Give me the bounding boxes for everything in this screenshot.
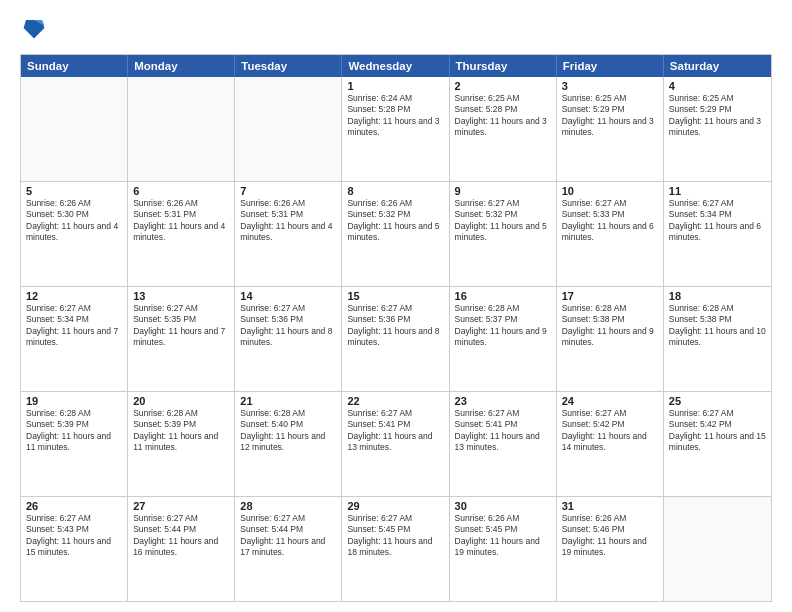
day-number: 22 (347, 395, 443, 407)
day-number: 23 (455, 395, 551, 407)
cell-info: Sunrise: 6:28 AM Sunset: 5:40 PM Dayligh… (240, 408, 336, 454)
day-cell-19: 19Sunrise: 6:28 AM Sunset: 5:39 PM Dayli… (21, 392, 128, 496)
day-number: 15 (347, 290, 443, 302)
cell-info: Sunrise: 6:27 AM Sunset: 5:41 PM Dayligh… (347, 408, 443, 454)
weekday-header-tuesday: Tuesday (235, 55, 342, 77)
day-cell-17: 17Sunrise: 6:28 AM Sunset: 5:38 PM Dayli… (557, 287, 664, 391)
day-number: 6 (133, 185, 229, 197)
logo (20, 16, 46, 46)
calendar-row-3: 19Sunrise: 6:28 AM Sunset: 5:39 PM Dayli… (21, 392, 771, 497)
cell-info: Sunrise: 6:25 AM Sunset: 5:29 PM Dayligh… (562, 93, 658, 139)
day-number: 14 (240, 290, 336, 302)
day-cell-24: 24Sunrise: 6:27 AM Sunset: 5:42 PM Dayli… (557, 392, 664, 496)
cell-info: Sunrise: 6:27 AM Sunset: 5:35 PM Dayligh… (133, 303, 229, 349)
day-number: 30 (455, 500, 551, 512)
cell-info: Sunrise: 6:26 AM Sunset: 5:46 PM Dayligh… (562, 513, 658, 559)
calendar-header: SundayMondayTuesdayWednesdayThursdayFrid… (21, 55, 771, 77)
day-number: 7 (240, 185, 336, 197)
day-cell-31: 31Sunrise: 6:26 AM Sunset: 5:46 PM Dayli… (557, 497, 664, 601)
cell-info: Sunrise: 6:27 AM Sunset: 5:42 PM Dayligh… (669, 408, 766, 454)
day-number: 16 (455, 290, 551, 302)
day-number: 27 (133, 500, 229, 512)
day-number: 26 (26, 500, 122, 512)
calendar: SundayMondayTuesdayWednesdayThursdayFrid… (20, 54, 772, 602)
day-cell-23: 23Sunrise: 6:27 AM Sunset: 5:41 PM Dayli… (450, 392, 557, 496)
day-cell-15: 15Sunrise: 6:27 AM Sunset: 5:36 PM Dayli… (342, 287, 449, 391)
cell-info: Sunrise: 6:27 AM Sunset: 5:33 PM Dayligh… (562, 198, 658, 244)
day-cell-30: 30Sunrise: 6:26 AM Sunset: 5:45 PM Dayli… (450, 497, 557, 601)
day-number: 18 (669, 290, 766, 302)
day-cell-28: 28Sunrise: 6:27 AM Sunset: 5:44 PM Dayli… (235, 497, 342, 601)
day-number: 12 (26, 290, 122, 302)
day-cell-9: 9Sunrise: 6:27 AM Sunset: 5:32 PM Daylig… (450, 182, 557, 286)
day-number: 31 (562, 500, 658, 512)
weekday-header-wednesday: Wednesday (342, 55, 449, 77)
weekday-header-monday: Monday (128, 55, 235, 77)
day-number: 1 (347, 80, 443, 92)
cell-info: Sunrise: 6:27 AM Sunset: 5:43 PM Dayligh… (26, 513, 122, 559)
cell-info: Sunrise: 6:27 AM Sunset: 5:36 PM Dayligh… (240, 303, 336, 349)
day-number: 13 (133, 290, 229, 302)
day-cell-29: 29Sunrise: 6:27 AM Sunset: 5:45 PM Dayli… (342, 497, 449, 601)
day-number: 29 (347, 500, 443, 512)
day-cell-4: 4Sunrise: 6:25 AM Sunset: 5:29 PM Daylig… (664, 77, 771, 181)
day-cell-25: 25Sunrise: 6:27 AM Sunset: 5:42 PM Dayli… (664, 392, 771, 496)
day-number: 19 (26, 395, 122, 407)
empty-cell (21, 77, 128, 181)
cell-info: Sunrise: 6:27 AM Sunset: 5:44 PM Dayligh… (133, 513, 229, 559)
page: SundayMondayTuesdayWednesdayThursdayFrid… (0, 0, 792, 612)
cell-info: Sunrise: 6:28 AM Sunset: 5:38 PM Dayligh… (562, 303, 658, 349)
cell-info: Sunrise: 6:27 AM Sunset: 5:45 PM Dayligh… (347, 513, 443, 559)
calendar-row-0: 1Sunrise: 6:24 AM Sunset: 5:28 PM Daylig… (21, 77, 771, 182)
cell-info: Sunrise: 6:28 AM Sunset: 5:39 PM Dayligh… (26, 408, 122, 454)
day-number: 24 (562, 395, 658, 407)
day-cell-12: 12Sunrise: 6:27 AM Sunset: 5:34 PM Dayli… (21, 287, 128, 391)
weekday-header-sunday: Sunday (21, 55, 128, 77)
day-cell-26: 26Sunrise: 6:27 AM Sunset: 5:43 PM Dayli… (21, 497, 128, 601)
day-number: 10 (562, 185, 658, 197)
cell-info: Sunrise: 6:28 AM Sunset: 5:37 PM Dayligh… (455, 303, 551, 349)
calendar-row-4: 26Sunrise: 6:27 AM Sunset: 5:43 PM Dayli… (21, 497, 771, 601)
day-cell-7: 7Sunrise: 6:26 AM Sunset: 5:31 PM Daylig… (235, 182, 342, 286)
weekday-header-friday: Friday (557, 55, 664, 77)
empty-cell (235, 77, 342, 181)
cell-info: Sunrise: 6:27 AM Sunset: 5:41 PM Dayligh… (455, 408, 551, 454)
cell-info: Sunrise: 6:24 AM Sunset: 5:28 PM Dayligh… (347, 93, 443, 139)
day-number: 8 (347, 185, 443, 197)
cell-info: Sunrise: 6:27 AM Sunset: 5:34 PM Dayligh… (669, 198, 766, 244)
calendar-row-1: 5Sunrise: 6:26 AM Sunset: 5:30 PM Daylig… (21, 182, 771, 287)
cell-info: Sunrise: 6:26 AM Sunset: 5:45 PM Dayligh… (455, 513, 551, 559)
header (20, 16, 772, 46)
day-cell-20: 20Sunrise: 6:28 AM Sunset: 5:39 PM Dayli… (128, 392, 235, 496)
day-cell-13: 13Sunrise: 6:27 AM Sunset: 5:35 PM Dayli… (128, 287, 235, 391)
cell-info: Sunrise: 6:25 AM Sunset: 5:29 PM Dayligh… (669, 93, 766, 139)
cell-info: Sunrise: 6:27 AM Sunset: 5:44 PM Dayligh… (240, 513, 336, 559)
cell-info: Sunrise: 6:26 AM Sunset: 5:32 PM Dayligh… (347, 198, 443, 244)
empty-cell (664, 497, 771, 601)
weekday-header-thursday: Thursday (450, 55, 557, 77)
day-number: 5 (26, 185, 122, 197)
cell-info: Sunrise: 6:28 AM Sunset: 5:38 PM Dayligh… (669, 303, 766, 349)
cell-info: Sunrise: 6:27 AM Sunset: 5:36 PM Dayligh… (347, 303, 443, 349)
day-number: 2 (455, 80, 551, 92)
day-number: 9 (455, 185, 551, 197)
day-number: 25 (669, 395, 766, 407)
day-number: 3 (562, 80, 658, 92)
day-cell-22: 22Sunrise: 6:27 AM Sunset: 5:41 PM Dayli… (342, 392, 449, 496)
cell-info: Sunrise: 6:27 AM Sunset: 5:42 PM Dayligh… (562, 408, 658, 454)
calendar-row-2: 12Sunrise: 6:27 AM Sunset: 5:34 PM Dayli… (21, 287, 771, 392)
cell-info: Sunrise: 6:26 AM Sunset: 5:31 PM Dayligh… (240, 198, 336, 244)
cell-info: Sunrise: 6:26 AM Sunset: 5:31 PM Dayligh… (133, 198, 229, 244)
day-cell-3: 3Sunrise: 6:25 AM Sunset: 5:29 PM Daylig… (557, 77, 664, 181)
empty-cell (128, 77, 235, 181)
day-cell-6: 6Sunrise: 6:26 AM Sunset: 5:31 PM Daylig… (128, 182, 235, 286)
day-number: 28 (240, 500, 336, 512)
day-cell-2: 2Sunrise: 6:25 AM Sunset: 5:28 PM Daylig… (450, 77, 557, 181)
day-cell-21: 21Sunrise: 6:28 AM Sunset: 5:40 PM Dayli… (235, 392, 342, 496)
day-cell-1: 1Sunrise: 6:24 AM Sunset: 5:28 PM Daylig… (342, 77, 449, 181)
calendar-body: 1Sunrise: 6:24 AM Sunset: 5:28 PM Daylig… (21, 77, 771, 601)
cell-info: Sunrise: 6:27 AM Sunset: 5:34 PM Dayligh… (26, 303, 122, 349)
day-number: 17 (562, 290, 658, 302)
cell-info: Sunrise: 6:28 AM Sunset: 5:39 PM Dayligh… (133, 408, 229, 454)
day-cell-18: 18Sunrise: 6:28 AM Sunset: 5:38 PM Dayli… (664, 287, 771, 391)
